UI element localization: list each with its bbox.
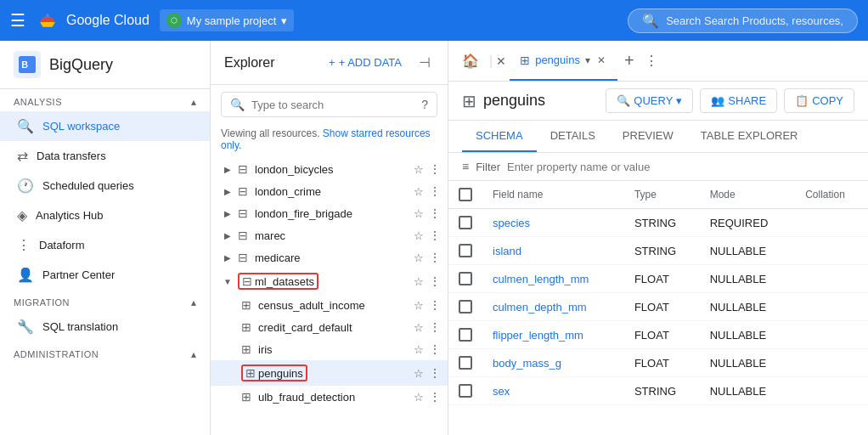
star-icon[interactable]: ☆ — [414, 391, 424, 404]
tab-close-home[interactable]: ✕ — [496, 54, 506, 68]
tree-label: london_bicycles — [255, 163, 410, 176]
hamburger-menu-icon[interactable]: ☰ — [10, 10, 25, 31]
tree-item-penguins[interactable]: ⊞ penguins ☆ ⋮ — [211, 360, 448, 386]
field-name-link[interactable]: flipper_length_mm — [493, 329, 583, 342]
star-icon[interactable]: ☆ — [414, 163, 424, 176]
explorer-header: Explorer + + ADD DATA ⊣ — [211, 41, 448, 85]
more-options-icon[interactable]: ⋮ — [429, 162, 441, 176]
tree-item-ml-datasets[interactable]: ▼ ⊟ ml_datasets ☆ ⋮ — [211, 268, 448, 294]
tree-item-london-fire-brigade[interactable]: ▶ ⊟ london_fire_brigade ☆ ⋮ — [211, 202, 448, 224]
field-name-link[interactable]: culmen_depth_mm — [493, 301, 587, 314]
sidebar-item-dataform[interactable]: ⋮ Dataform — [0, 230, 210, 260]
row-checkbox[interactable] — [459, 216, 472, 229]
row-checkbox[interactable] — [459, 384, 472, 398]
search-bar[interactable]: 🔍 Search Search Products, resources, — [628, 8, 858, 33]
tab-details[interactable]: DETAILS — [537, 121, 609, 152]
explorer-search-input[interactable] — [251, 99, 414, 111]
home-tab[interactable]: 🏠 — [455, 53, 486, 69]
schema-table-body: species STRING REQUIRED island STRING NU… — [448, 209, 868, 405]
filter-input[interactable] — [507, 161, 854, 173]
star-icon[interactable]: ☆ — [414, 229, 424, 242]
row-checkbox[interactable] — [459, 272, 472, 285]
tab-table-explorer[interactable]: TABLE EXPLORER — [687, 121, 812, 152]
row-checkbox[interactable] — [459, 328, 472, 342]
project-selector[interactable]: ⬡ My sample project ▾ — [160, 9, 294, 31]
scheduled-queries-icon: 🕐 — [17, 178, 34, 194]
star-icon[interactable]: ☆ — [414, 367, 424, 380]
tree-item-census-adult-income[interactable]: ⊞ census_adult_income ☆ ⋮ — [211, 294, 448, 316]
more-options-icon[interactable]: ⋮ — [429, 206, 441, 220]
field-mode: NULLABLE — [700, 321, 795, 349]
select-all-checkbox[interactable] — [459, 188, 472, 201]
field-name-link[interactable]: species — [493, 217, 530, 229]
more-options-icon[interactable]: ⋮ — [429, 251, 441, 264]
row-checkbox[interactable] — [459, 300, 472, 314]
field-name-link[interactable]: island — [493, 245, 521, 257]
more-options-icon[interactable]: ⋮ — [429, 298, 441, 312]
filter-row: ≡ Filter — [448, 153, 868, 181]
explorer-panel: Explorer + + ADD DATA ⊣ 🔍 ? Viewing all … — [211, 41, 448, 435]
sidebar-item-data-transfers-label: Data transfers — [37, 150, 106, 162]
tree-item-london-bicycles[interactable]: ▶ ⊟ london_bicycles ☆ ⋮ — [211, 158, 448, 180]
tab-close-icon[interactable]: ✕ — [595, 53, 607, 68]
more-options-icon[interactable]: ⋮ — [429, 184, 441, 198]
add-data-button[interactable]: + + ADD DATA — [322, 53, 409, 72]
table-row: culmen_depth_mm FLOAT NULLABLE — [448, 293, 868, 321]
more-options-icon[interactable]: ⋮ — [429, 342, 441, 356]
query-button[interactable]: 🔍 QUERY ▾ — [606, 88, 693, 113]
tab-penguins[interactable]: ⊞ penguins ▾ ✕ — [510, 41, 617, 81]
more-options-icon[interactable]: ⋮ — [429, 390, 441, 404]
dataset-icon: ⊟ — [238, 184, 248, 198]
star-icon[interactable]: ☆ — [414, 299, 424, 312]
help-icon[interactable]: ? — [421, 98, 428, 111]
analysis-section-header[interactable]: Analysis ▴ — [0, 89, 210, 111]
explorer-search-box: 🔍 ? — [221, 92, 437, 117]
sidebar-item-data-transfers[interactable]: ⇄ Data transfers — [0, 141, 210, 171]
sidebar-item-analytics-hub[interactable]: ◈ Analytics Hub — [0, 201, 210, 230]
query-label: QUERY — [634, 94, 673, 107]
tab-schema[interactable]: SCHEMA — [462, 121, 537, 152]
tree-item-medicare[interactable]: ▶ ⊟ medicare ☆ ⋮ — [211, 246, 448, 268]
more-tabs-icon[interactable]: ⋮ — [641, 53, 662, 69]
copy-button[interactable]: 📋 COPY — [784, 88, 854, 113]
more-options-icon[interactable]: ⋮ — [429, 320, 441, 334]
collapse-panel-button[interactable]: ⊣ — [415, 51, 434, 74]
migration-section-header[interactable]: Migration ▴ — [0, 290, 210, 312]
field-collation — [795, 293, 868, 321]
row-checkbox[interactable] — [459, 244, 472, 257]
star-icon[interactable]: ☆ — [414, 321, 424, 334]
star-icon[interactable]: ☆ — [414, 207, 424, 220]
field-name-link[interactable]: culmen_length_mm — [493, 273, 589, 285]
tab-preview[interactable]: PREVIEW — [609, 121, 687, 152]
more-options-icon[interactable]: ⋮ — [429, 366, 441, 380]
add-icon: + — [329, 56, 335, 69]
sidebar-item-sql-workspace[interactable]: 🔍 SQL workspace — [0, 111, 210, 141]
sidebar-item-scheduled-queries[interactable]: 🕐 Scheduled queries — [0, 171, 210, 201]
tree-item-marec[interactable]: ▶ ⊟ marec ☆ ⋮ — [211, 224, 448, 246]
sidebar-item-sql-translation[interactable]: 🔧 SQL translation — [0, 312, 210, 342]
table-name: penguins — [483, 92, 545, 110]
google-cloud-logo: Google Cloud — [36, 8, 149, 32]
row-checkbox[interactable] — [459, 356, 472, 370]
sidebar-item-scheduled-queries-label: Scheduled queries — [42, 179, 134, 192]
star-icon[interactable]: ☆ — [414, 275, 424, 288]
star-icon[interactable]: ☆ — [414, 343, 424, 356]
tree-item-london-crime[interactable]: ▶ ⊟ london_crime ☆ ⋮ — [211, 180, 448, 202]
more-options-icon[interactable]: ⋮ — [429, 274, 441, 288]
tab-dropdown-icon[interactable]: ▾ — [585, 54, 590, 66]
tree-item-credit-card-default[interactable]: ⊞ credit_card_default ☆ ⋮ — [211, 316, 448, 338]
more-options-icon[interactable]: ⋮ — [429, 229, 441, 242]
star-icon[interactable]: ☆ — [414, 185, 424, 198]
table-icon: ⊞ — [241, 298, 251, 312]
tree-item-ulb-fraud-detection[interactable]: ⊞ ulb_fraud_detection ☆ ⋮ — [211, 386, 448, 408]
star-icon[interactable]: ☆ — [414, 251, 424, 264]
tree-item-iris[interactable]: ⊞ iris ☆ ⋮ — [211, 338, 448, 360]
field-name-link[interactable]: sex — [493, 385, 510, 398]
share-button[interactable]: 👥 SHARE — [700, 88, 777, 113]
administration-section-header[interactable]: Administration ▴ — [0, 342, 210, 364]
field-collation — [795, 321, 868, 349]
sidebar-item-partner-center[interactable]: 👤 Partner Center — [0, 260, 210, 290]
add-tab-button[interactable]: + — [621, 51, 638, 71]
main-layout: B BigQuery Analysis ▴ 🔍 SQL workspace ⇄ … — [0, 41, 868, 435]
field-name-link[interactable]: body_mass_g — [493, 357, 561, 370]
